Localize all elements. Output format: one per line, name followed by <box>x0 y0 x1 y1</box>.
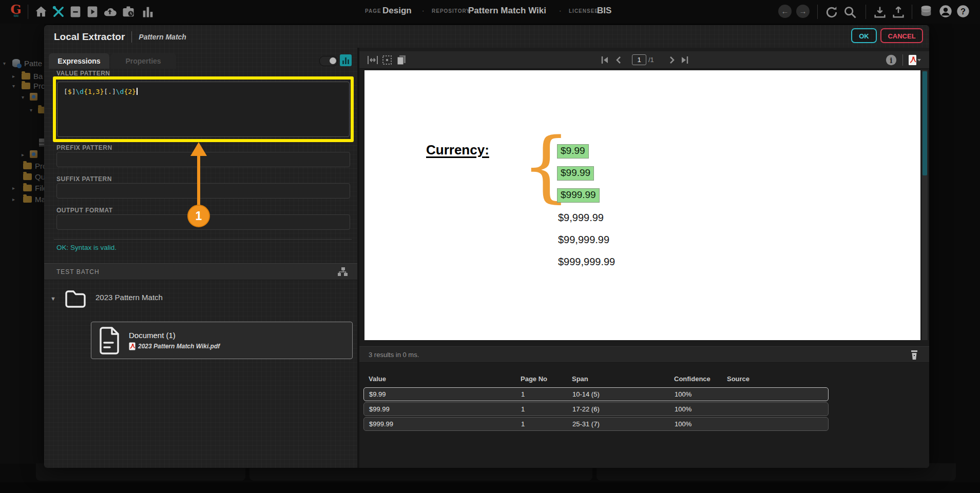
col-header-confidence[interactable]: Confidence <box>674 375 727 383</box>
value-pattern-label: VALUE PATTERN <box>56 70 110 77</box>
first-page-button[interactable] <box>599 54 611 66</box>
result-row[interactable]: $9.99 1 10-14 (5) 100% <box>363 387 829 401</box>
scrollbar-thumb[interactable] <box>923 71 927 175</box>
prefix-pattern-label: PREFIX PATTERN <box>56 144 112 151</box>
toolbar-divider <box>912 5 912 19</box>
briefcase-clock-icon[interactable] <box>121 5 136 19</box>
svg-text:i: i <box>890 56 892 65</box>
help-icon[interactable]: ? <box>956 4 970 18</box>
fit-width-icon[interactable] <box>367 54 379 66</box>
document-card[interactable]: Document (1) 2023 Pattern Match Wiki.pdf <box>91 322 353 359</box>
breadcrumb-dot: · <box>559 7 561 14</box>
last-page-button[interactable] <box>679 54 691 66</box>
cell-value: $999.99 <box>369 420 521 428</box>
batch-hierarchy-icon[interactable] <box>338 267 348 277</box>
search-icon[interactable] <box>843 5 855 17</box>
toolbar-divider <box>902 54 903 66</box>
info-icon[interactable]: i <box>885 54 897 66</box>
result-row[interactable]: $99.99 1 17-22 (6) 100% <box>363 402 829 416</box>
cloud-upload-icon[interactable] <box>103 5 117 19</box>
repository-label: REPOSITORY <box>432 8 470 14</box>
cell-page-no: 1 <box>521 405 572 413</box>
col-header-source[interactable]: Source <box>727 375 829 383</box>
regex-tokens: [$]\d{1,3}[.]\d{2} <box>64 88 138 95</box>
document-page[interactable]: Currency: { $9.99 $99.99 $999.99 $9,999.… <box>364 70 920 340</box>
cell-page-no: 1 <box>521 390 572 398</box>
toolbar-divider <box>817 5 818 19</box>
batch-folder-label[interactable]: 2023 Pattern Match <box>95 293 163 302</box>
col-header-value[interactable]: Value <box>369 375 521 383</box>
ok-button[interactable]: OK <box>851 28 877 43</box>
document-icon <box>98 326 121 358</box>
toolbar-divider <box>866 5 866 19</box>
page-number-input[interactable] <box>632 54 646 65</box>
cell-value: $9.99 <box>369 390 521 398</box>
batch-folder-expander[interactable]: ▼ <box>50 295 56 302</box>
viewer-scrollbar[interactable] <box>922 70 928 340</box>
licensee-value[interactable]: BIS <box>597 6 611 16</box>
next-page-button[interactable] <box>665 54 678 66</box>
download-icon[interactable] <box>873 5 885 17</box>
col-header-span[interactable]: Span <box>572 375 674 383</box>
title-divider <box>131 31 132 43</box>
matched-value: $99.99 <box>557 166 594 181</box>
app-logo-waves: ≈≈ <box>7 14 25 18</box>
batch-folder-icon[interactable] <box>64 287 87 313</box>
forward-icon[interactable]: → <box>796 5 810 18</box>
cell-value: $99.99 <box>369 405 521 413</box>
pdf-export-icon[interactable] <box>908 54 923 66</box>
chart-button[interactable] <box>340 54 352 66</box>
result-row[interactable]: $999.99 1 25-31 (7) 100% <box>363 417 829 431</box>
clear-results-icon[interactable] <box>909 349 919 361</box>
home-icon[interactable] <box>34 5 48 19</box>
select-region-icon[interactable] <box>381 54 393 66</box>
cell-span: 17-22 (6) <box>572 405 675 413</box>
matched-value: $999.99 <box>557 188 600 203</box>
annotation-step-badge: 1 <box>187 205 210 227</box>
results-summary-text: 3 results in 0 ms. <box>369 351 419 359</box>
breadcrumb-dot: · <box>422 7 424 14</box>
cell-span: 25-31 (7) <box>572 420 675 428</box>
tab-properties[interactable]: Properties <box>110 53 176 69</box>
tools-icon[interactable] <box>51 5 66 19</box>
upload-icon[interactable] <box>891 5 904 17</box>
page-value[interactable]: Design <box>382 6 412 16</box>
play-box-icon[interactable] <box>85 5 100 19</box>
dialog-header: Local Extractor Pattern Match <box>54 31 186 43</box>
section-divider <box>54 239 352 240</box>
app-root: { "topbar": { "logo_letter": "G", "bread… <box>0 0 980 493</box>
toolbar-divider <box>28 5 28 19</box>
unmatched-value: $999,999.99 <box>558 256 615 268</box>
svg-text:?: ? <box>960 7 966 16</box>
document-file-row: 2023 Pattern Match Wiki.pdf <box>129 342 220 350</box>
diagnostics-toggle[interactable] <box>319 56 338 66</box>
document-title: Document (1) <box>129 331 176 340</box>
prev-page-button[interactable] <box>613 54 625 66</box>
col-header-page-no[interactable]: Page No <box>521 375 572 383</box>
archive-box-icon[interactable] <box>68 5 83 19</box>
unmatched-value: $9,999.99 <box>558 212 604 224</box>
value-pattern-input[interactable]: [$]\d{1,3}[.]\d{2} <box>57 82 350 137</box>
matched-value: $9.99 <box>557 144 589 159</box>
back-icon[interactable]: ← <box>778 5 792 18</box>
repository-value[interactable]: Pattern Match Wiki <box>468 6 546 16</box>
bar-chart-icon[interactable] <box>141 5 155 19</box>
doc-heading: Currency: <box>426 142 489 158</box>
user-icon[interactable] <box>938 4 953 18</box>
local-extractor-dialog: Local Extractor Pattern Match OK CANCEL … <box>44 25 929 468</box>
cell-span: 10-14 (5) <box>572 390 675 398</box>
copy-pages-icon[interactable] <box>395 54 408 66</box>
cell-confidence: 100% <box>675 420 727 428</box>
test-batch-header: TEST BATCH <box>44 263 357 280</box>
viewer-toolbar: /1 i <box>359 51 929 69</box>
suffix-pattern-input[interactable] <box>56 183 350 199</box>
tab-expressions[interactable]: Expressions <box>49 53 109 69</box>
page-label: PAGE <box>365 8 381 14</box>
cancel-button[interactable]: CANCEL <box>880 28 923 43</box>
database-icon[interactable] <box>919 4 933 18</box>
dialog-subtitle: Pattern Match <box>139 33 186 41</box>
app-logo[interactable]: G ≈≈ <box>7 2 25 22</box>
page-total-label: /1 <box>648 56 654 64</box>
refresh-icon[interactable] <box>824 5 837 17</box>
top-app-bar: G ≈≈ PAGE Design · REPOSITORY Pattern Ma… <box>0 0 980 24</box>
